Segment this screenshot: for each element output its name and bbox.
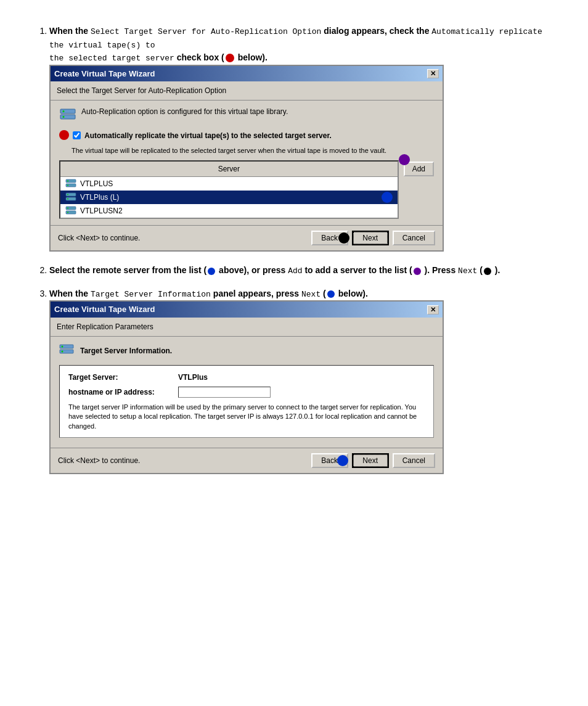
server-row-vtlplusn2[interactable]: VTLPLUSN2 [60, 204, 398, 218]
dialog1-container: Create Virtual Tape Wizard ✕ Select the … [49, 65, 444, 252]
svg-point-15 [67, 212, 68, 213]
server-row-icon-1 [65, 178, 76, 189]
dialog1-checkbox-row: Automatically replicate the virtual tape… [59, 130, 434, 141]
dialog1-info-row: Auto-Replication option is configured fo… [59, 107, 434, 124]
dialog1-titlebar: Create Virtual Tape Wizard ✕ [51, 66, 443, 82]
dialog1-subtitle: Select the Target Server for Auto-Replic… [51, 81, 443, 101]
dialog1-next-button[interactable]: Next [352, 231, 389, 245]
server-list-area: Server VTLPLUS [59, 160, 434, 219]
server-info-icon [59, 107, 76, 124]
svg-point-10 [67, 194, 68, 195]
black-circle-annotation [338, 232, 349, 244]
dialog2-close-button[interactable]: ✕ [427, 305, 439, 314]
svg-point-3 [63, 116, 65, 118]
step3-text: When the Target Server Information panel… [49, 289, 368, 298]
step2-text: Select the remote server from the list (… [49, 265, 500, 275]
blue-circle-annotation-next [337, 455, 348, 466]
server-row-icon-2 [65, 192, 76, 203]
hostname-row: hostname or IP address: [68, 387, 425, 398]
dialog2-title: Create Virtual Tape Wizard [54, 303, 155, 316]
step1-text: When the Select Target Server for Auto-R… [49, 26, 542, 62]
dialog1-subtext: The virtual tape will be replicated to t… [71, 146, 434, 155]
dialog2-bottom-text: Click <Next> to continue. [58, 455, 140, 466]
svg-point-11 [67, 199, 68, 200]
dialog1-bottom: Click <Next> to continue. Back Next Canc… [51, 225, 443, 250]
hostname-input[interactable] [178, 387, 271, 398]
red-circle-annotation [59, 130, 69, 140]
add-server-button[interactable]: Add [404, 162, 434, 176]
target-info-icon [59, 343, 75, 359]
dialog1-cancel-button[interactable]: Cancel [393, 231, 435, 245]
svg-point-7 [67, 185, 68, 186]
svg-point-2 [63, 110, 65, 112]
server-row-vtlplus-l[interactable]: VTLPlus (L) [60, 191, 398, 204]
svg-point-18 [62, 345, 63, 347]
checkbox-label: Automatically replicate the virtual tape… [84, 130, 332, 141]
server-name-vtlplusn2: VTLPLUSN2 [80, 205, 123, 216]
dialog1-info-text: Auto-Replication option is configured fo… [81, 107, 288, 117]
dialog2-container: Create Virtual Tape Wizard ✕ Enter Repli… [49, 300, 444, 474]
svg-point-6 [67, 181, 68, 182]
section-title: Target Server Information. [80, 345, 172, 356]
dialog2-bottom: Click <Next> to continue. Back Next Canc… [51, 448, 443, 473]
server-list-box: Server VTLPLUS [59, 160, 399, 219]
dialog1-close-button[interactable]: ✕ [427, 69, 439, 78]
dialog2-next-button[interactable]: Next [352, 453, 389, 468]
blue-circle-annotation-list [382, 192, 393, 203]
purple-circle-annotation [399, 154, 410, 165]
target-icon-row: Target Server Information. [59, 343, 434, 359]
target-server-value: VTLPlus [178, 372, 208, 383]
svg-point-14 [67, 208, 68, 209]
dialog2-subtitle: Enter Replication Parameters [51, 318, 443, 337]
target-server-row: Target Server: VTLPlus [68, 372, 425, 383]
svg-point-19 [62, 350, 63, 352]
target-info-box: Target Server: VTLPlus hostname or IP ad… [59, 365, 434, 438]
dialog1-buttons: Back Next Cancel [311, 231, 435, 245]
server-name-vtlplus: VTLPLUS [80, 178, 113, 189]
dialog2-titlebar: Create Virtual Tape Wizard ✕ [51, 302, 443, 318]
server-column-header: Server [60, 162, 398, 177]
target-info-note: The target server IP information will be… [68, 403, 425, 431]
server-row-vtlplus[interactable]: VTLPLUS [60, 177, 398, 191]
hostname-label: hostname or IP address: [68, 387, 173, 398]
dialog1-bottom-text: Click <Next> to continue. [58, 232, 140, 244]
server-row-icon-3 [65, 205, 76, 216]
dialog2-buttons: Back Next Cancel [311, 453, 435, 468]
dialog1-title: Create Virtual Tape Wizard [54, 68, 155, 80]
dialog2-cancel-button[interactable]: Cancel [393, 453, 435, 468]
autoreplication-checkbox[interactable] [73, 131, 81, 139]
target-server-label: Target Server: [68, 372, 173, 383]
server-name-vtlplus-l: VTLPlus (L) [80, 192, 119, 203]
